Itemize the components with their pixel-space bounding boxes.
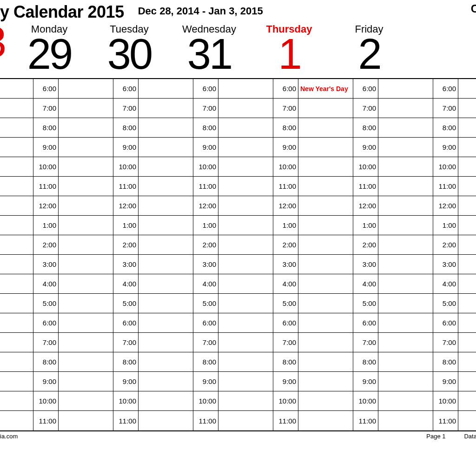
event-cell[interactable] (298, 138, 353, 157)
event-cell[interactable] (0, 294, 33, 313)
event-cell[interactable] (218, 177, 273, 196)
event-cell[interactable] (59, 255, 113, 274)
event-cell[interactable] (0, 352, 33, 371)
event-cell[interactable] (139, 352, 193, 371)
event-cell[interactable] (458, 177, 468, 196)
event-cell[interactable] (59, 235, 113, 254)
event-cell[interactable] (298, 118, 353, 137)
event-cell[interactable] (298, 255, 353, 274)
event-cell[interactable] (0, 235, 33, 254)
event-cell[interactable] (378, 235, 433, 254)
event-cell[interactable] (298, 216, 353, 235)
event-cell[interactable] (0, 411, 33, 430)
event-cell[interactable] (458, 372, 468, 391)
event-cell[interactable] (139, 118, 193, 137)
event-cell[interactable] (378, 157, 433, 176)
event-cell[interactable] (59, 138, 113, 157)
event-cell[interactable] (458, 411, 468, 430)
event-cell[interactable] (298, 235, 353, 254)
event-cell[interactable] (0, 118, 33, 137)
event-cell[interactable] (218, 313, 273, 332)
event-cell[interactable] (139, 411, 193, 430)
event-cell[interactable] (298, 274, 353, 293)
event-cell[interactable] (59, 352, 113, 371)
event-cell[interactable] (139, 177, 193, 196)
event-cell[interactable] (139, 294, 193, 313)
event-cell[interactable] (59, 411, 113, 430)
event-cell[interactable] (378, 352, 433, 371)
event-cell[interactable] (139, 138, 193, 157)
event-cell[interactable] (139, 79, 193, 98)
event-cell[interactable] (139, 216, 193, 235)
event-cell[interactable] (59, 313, 113, 332)
event-cell[interactable]: New Year's Day (298, 79, 353, 98)
event-cell[interactable] (0, 99, 33, 118)
event-cell[interactable] (298, 352, 353, 371)
event-cell[interactable] (378, 216, 433, 235)
event-cell[interactable] (0, 274, 33, 293)
event-cell[interactable] (0, 372, 33, 391)
event-cell[interactable] (458, 352, 468, 371)
event-cell[interactable] (139, 99, 193, 118)
event-cell[interactable] (458, 99, 468, 118)
event-cell[interactable] (0, 313, 33, 332)
event-cell[interactable] (298, 391, 353, 410)
event-cell[interactable] (378, 411, 433, 430)
event-cell[interactable] (218, 391, 273, 410)
event-cell[interactable] (139, 157, 193, 176)
event-cell[interactable] (298, 372, 353, 391)
event-cell[interactable] (59, 99, 113, 118)
event-cell[interactable] (59, 391, 113, 410)
event-cell[interactable] (218, 157, 273, 176)
event-cell[interactable] (59, 196, 113, 215)
event-cell[interactable] (458, 196, 468, 215)
event-cell[interactable] (378, 294, 433, 313)
event-cell[interactable] (0, 391, 33, 410)
event-cell[interactable] (458, 79, 468, 98)
event-cell[interactable] (218, 138, 273, 157)
event-cell[interactable] (0, 196, 33, 215)
event-cell[interactable] (218, 99, 273, 118)
event-cell[interactable] (458, 216, 468, 235)
event-cell[interactable] (0, 157, 33, 176)
event-cell[interactable] (59, 177, 113, 196)
event-cell[interactable] (139, 372, 193, 391)
event-cell[interactable] (378, 118, 433, 137)
event-cell[interactable] (298, 313, 353, 332)
event-cell[interactable] (458, 255, 468, 274)
event-cell[interactable] (298, 196, 353, 215)
event-cell[interactable] (218, 294, 273, 313)
event-cell[interactable] (59, 118, 113, 137)
event-cell[interactable] (139, 255, 193, 274)
event-cell[interactable] (458, 118, 468, 137)
event-cell[interactable] (378, 372, 433, 391)
event-cell[interactable] (59, 157, 113, 176)
event-cell[interactable] (218, 196, 273, 215)
event-cell[interactable] (218, 118, 273, 137)
event-cell[interactable] (139, 313, 193, 332)
event-cell[interactable] (458, 333, 468, 352)
event-cell[interactable] (59, 333, 113, 352)
event-cell[interactable] (0, 177, 33, 196)
event-cell[interactable] (59, 216, 113, 235)
event-cell[interactable] (378, 391, 433, 410)
event-cell[interactable] (139, 333, 193, 352)
event-cell[interactable] (139, 235, 193, 254)
event-cell[interactable] (218, 235, 273, 254)
event-cell[interactable] (0, 255, 33, 274)
event-cell[interactable] (218, 79, 273, 98)
event-cell[interactable] (59, 372, 113, 391)
event-cell[interactable] (298, 411, 353, 430)
event-cell[interactable] (378, 79, 433, 98)
event-cell[interactable] (298, 177, 353, 196)
event-cell[interactable] (458, 157, 468, 176)
event-cell[interactable] (378, 196, 433, 215)
event-cell[interactable] (458, 235, 468, 254)
event-cell[interactable] (0, 216, 33, 235)
event-cell[interactable] (218, 372, 273, 391)
event-cell[interactable] (139, 274, 193, 293)
event-cell[interactable] (218, 274, 273, 293)
event-cell[interactable] (59, 79, 113, 98)
event-cell[interactable] (298, 157, 353, 176)
event-cell[interactable] (139, 391, 193, 410)
